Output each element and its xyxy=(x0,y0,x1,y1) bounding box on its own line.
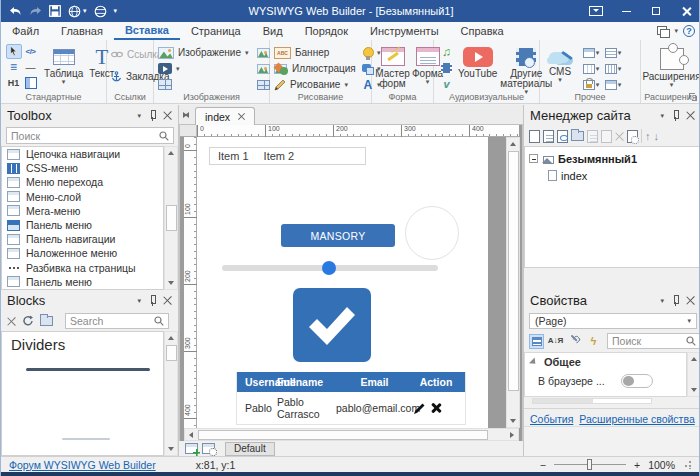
video-button[interactable]: ▾ xyxy=(158,61,249,76)
blocks-clear-icon[interactable] xyxy=(7,317,16,326)
carousel-dropdown-icon[interactable]: ▾ xyxy=(618,66,622,72)
horizontal-line-button[interactable]: — xyxy=(26,62,36,73)
delete-icon[interactable] xyxy=(431,403,441,413)
site-manager-menu-icon[interactable]: ▾ xyxy=(660,113,664,119)
toolbox-menu-icon[interactable]: ▾ xyxy=(137,113,141,119)
properties-section-general[interactable]: Общее xyxy=(525,353,686,368)
blocks-search-input[interactable] xyxy=(66,315,154,327)
blocks-pin-icon[interactable] xyxy=(148,295,156,306)
table-widget[interactable]: Username Fullname Email Action Pablo Pab… xyxy=(236,372,466,425)
browser-toggle[interactable] xyxy=(621,374,653,388)
toolbox-search[interactable] xyxy=(6,127,174,144)
delete-page-icon[interactable] xyxy=(615,132,624,141)
refresh-icon[interactable] xyxy=(22,315,34,327)
new-page-icon[interactable] xyxy=(529,130,540,143)
page-settings-icon[interactable] xyxy=(627,130,638,143)
alphabetical-view-button[interactable]: А↓Я xyxy=(548,334,563,349)
object-selector[interactable]: (Page) ▾ xyxy=(529,313,697,329)
properties-pin-icon[interactable] xyxy=(671,295,679,306)
login-icon[interactable] xyxy=(583,80,595,90)
switch-windows-icon[interactable] xyxy=(657,26,669,36)
table-button[interactable]: Таблица ▾ xyxy=(41,43,86,85)
menu-widget-item[interactable]: Item 1 xyxy=(218,150,249,162)
canvas-hscrollbar-thumb[interactable] xyxy=(198,430,488,440)
blocks-search[interactable] xyxy=(65,313,169,329)
checkmark-widget[interactable] xyxy=(293,288,371,362)
vimeo-icon[interactable]: v xyxy=(443,79,449,89)
ribbon-display-options-button[interactable] xyxy=(581,0,611,22)
close-button[interactable] xyxy=(671,0,700,22)
document-tab-close-icon[interactable] xyxy=(238,113,245,120)
categorized-view-button[interactable] xyxy=(529,334,544,349)
edit-page-icon[interactable] xyxy=(587,130,598,143)
page-properties-icon[interactable] xyxy=(543,130,554,143)
toolbox-item-nav-bar[interactable]: Панель навигации xyxy=(2,232,163,246)
site-tree-page-index[interactable]: index xyxy=(525,167,700,184)
content-placeholder-dropdown-icon[interactable]: ▾ xyxy=(618,50,622,56)
photo-gallery-button[interactable] xyxy=(158,77,249,92)
zoom-in-icon[interactable]: + xyxy=(634,459,640,471)
toolbox-item-breadcrumb[interactable]: Цепочка навигации xyxy=(2,147,163,161)
move-up-icon[interactable]: ↑ xyxy=(645,131,651,141)
mansory-button-widget[interactable]: MANSORY xyxy=(281,224,395,247)
events-view-button[interactable]: ϟ xyxy=(586,334,601,349)
login-dropdown-icon[interactable]: ▾ xyxy=(596,82,600,88)
image-grid-icon[interactable] xyxy=(257,80,270,90)
toolbox-scrollbar[interactable] xyxy=(164,146,178,290)
properties-hscrollbar-thumb[interactable] xyxy=(533,399,593,403)
text-art-icon[interactable]: A xyxy=(363,79,372,91)
toolbox-item-menu-bar[interactable]: Панель меню xyxy=(2,218,163,232)
maximize-button[interactable] xyxy=(641,0,671,22)
zoom-slider-thumb[interactable] xyxy=(587,459,592,470)
tab-scroll-right-icon[interactable] xyxy=(179,109,191,121)
site-manager-pin-icon[interactable] xyxy=(671,110,679,121)
properties-menu-icon[interactable]: ▾ xyxy=(660,298,664,304)
tab-home[interactable]: Главная xyxy=(50,22,114,40)
blocks-menu-icon[interactable]: ▾ xyxy=(137,298,141,304)
drawing-button[interactable]: Рисование ▾ xyxy=(274,77,356,92)
content-placeholder-icon[interactable] xyxy=(605,48,617,58)
heading-button[interactable]: H1 xyxy=(8,78,20,88)
blocks-folder-icon[interactable] xyxy=(40,316,53,326)
breakpoint-default-tab[interactable]: Default xyxy=(225,442,275,456)
canvas-horizontal-scrollbar[interactable] xyxy=(184,428,519,441)
bullet-list-button[interactable]: ≡ xyxy=(10,62,17,72)
blocks-scrollbar[interactable] xyxy=(164,331,178,456)
toolbox-item-panel-menu[interactable]: Панель меню xyxy=(2,275,163,289)
move-down-icon[interactable]: ↓ xyxy=(654,131,660,141)
embedded-page-icon[interactable] xyxy=(583,48,595,58)
site-manager-close-icon[interactable] xyxy=(686,111,695,120)
edit-icon[interactable] xyxy=(413,402,426,415)
tab-insert[interactable]: Вставка xyxy=(114,22,180,40)
clone-page-icon[interactable] xyxy=(601,130,612,143)
preview-in-browser-icon[interactable]: ▾ xyxy=(68,5,87,18)
properties-hscrollbar[interactable] xyxy=(532,398,652,404)
blocks-scrollbar-thumb[interactable] xyxy=(166,345,177,361)
menu-widget-item[interactable]: Item 2 xyxy=(264,150,295,162)
tab-arrange[interactable]: Порядок xyxy=(294,22,359,40)
properties-scrollbar[interactable] xyxy=(687,352,700,397)
data-grid-icon[interactable] xyxy=(583,64,595,74)
image-button[interactable]: Изображение ▾ xyxy=(158,45,249,60)
slider-widget-thumb[interactable] xyxy=(322,261,336,275)
canvas-vscrollbar-thumb[interactable] xyxy=(508,151,519,391)
divider-block-sample[interactable] xyxy=(62,438,110,440)
panel-icon[interactable] xyxy=(605,80,617,90)
properties-search[interactable] xyxy=(607,333,700,349)
tab-help[interactable]: Справка xyxy=(450,22,515,40)
add-breakpoint-icon[interactable] xyxy=(185,443,198,454)
advanced-properties-link[interactable]: Расширенные свойства xyxy=(579,413,694,425)
document-tab-index[interactable]: index xyxy=(195,107,255,125)
clipart-button[interactable]: Иллюстрация xyxy=(274,61,356,76)
undo-icon[interactable] xyxy=(9,6,22,17)
properties-search-input[interactable] xyxy=(608,335,686,347)
rollover-image-icon[interactable] xyxy=(257,48,270,58)
toolbox-item-css-menu[interactable]: CSS-меню xyxy=(2,161,163,175)
preview-page-icon[interactable] xyxy=(557,130,568,143)
audio-icon[interactable]: ♫ xyxy=(442,46,451,58)
toolbox-item-pagination[interactable]: Разбивка на страницы xyxy=(2,261,163,275)
toolbox-item-overlay-menu[interactable]: Наложенное меню xyxy=(2,246,163,260)
save-icon[interactable] xyxy=(49,5,61,17)
canvas-vertical-scrollbar[interactable] xyxy=(506,137,520,428)
circle-shape-widget[interactable] xyxy=(405,206,459,260)
